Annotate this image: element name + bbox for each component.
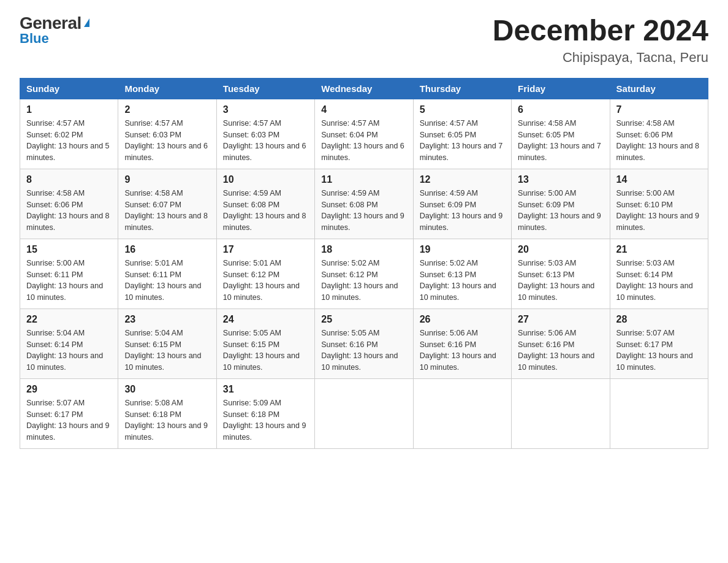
day-number: 8 [26,174,112,185]
calendar-week-row: 1 Sunrise: 4:57 AMSunset: 6:02 PMDayligh… [20,99,708,169]
col-wednesday: Wednesday [315,78,413,99]
month-title: December 2024 [493,15,708,47]
table-row: 5 Sunrise: 4:57 AMSunset: 6:05 PMDayligh… [413,99,511,169]
day-info: Sunrise: 5:02 AMSunset: 6:12 PMDaylight:… [321,258,406,304]
table-row [315,378,413,448]
day-number: 31 [223,384,308,395]
table-row: 4 Sunrise: 4:57 AMSunset: 6:04 PMDayligh… [315,99,413,169]
table-row: 7 Sunrise: 4:58 AMSunset: 6:06 PMDayligh… [610,99,708,169]
day-info: Sunrise: 4:59 AMSunset: 6:09 PMDaylight:… [420,188,505,234]
table-row [512,378,610,448]
day-info: Sunrise: 5:01 AMSunset: 6:12 PMDaylight:… [223,258,308,304]
location-title: Chipispaya, Tacna, Peru [493,50,708,66]
day-number: 7 [616,104,702,115]
col-monday: Monday [118,78,216,99]
calendar-table: Sunday Monday Tuesday Wednesday Thursday… [20,78,708,449]
table-row: 9 Sunrise: 4:58 AMSunset: 6:07 PMDayligh… [118,169,216,239]
table-row: 13 Sunrise: 5:00 AMSunset: 6:09 PMDaylig… [512,169,610,239]
table-row: 8 Sunrise: 4:58 AMSunset: 6:06 PMDayligh… [20,169,118,239]
table-row: 3 Sunrise: 4:57 AMSunset: 6:03 PMDayligh… [216,99,314,169]
table-row: 2 Sunrise: 4:57 AMSunset: 6:03 PMDayligh… [118,99,216,169]
day-number: 24 [223,314,308,325]
table-row: 16 Sunrise: 5:01 AMSunset: 6:11 PMDaylig… [118,239,216,308]
logo-general-text: General [20,15,89,32]
title-block: December 2024 Chipispaya, Tacna, Peru [493,15,708,66]
day-info: Sunrise: 5:00 AMSunset: 6:09 PMDaylight:… [518,188,603,234]
day-info: Sunrise: 5:02 AMSunset: 6:13 PMDaylight:… [420,258,505,304]
calendar-week-row: 29 Sunrise: 5:07 AMSunset: 6:17 PMDaylig… [20,378,708,448]
table-row: 14 Sunrise: 5:00 AMSunset: 6:10 PMDaylig… [610,169,708,239]
col-thursday: Thursday [413,78,511,99]
table-row: 28 Sunrise: 5:07 AMSunset: 6:17 PMDaylig… [610,308,708,378]
calendar-week-row: 22 Sunrise: 5:04 AMSunset: 6:14 PMDaylig… [20,308,708,378]
day-info: Sunrise: 4:58 AMSunset: 6:07 PMDaylight:… [124,188,210,234]
day-number: 12 [420,174,505,185]
table-row: 1 Sunrise: 4:57 AMSunset: 6:02 PMDayligh… [20,99,118,169]
day-info: Sunrise: 4:58 AMSunset: 6:05 PMDaylight:… [518,118,603,164]
table-row: 17 Sunrise: 5:01 AMSunset: 6:12 PMDaylig… [216,239,314,308]
day-info: Sunrise: 5:05 AMSunset: 6:15 PMDaylight:… [223,327,308,373]
day-info: Sunrise: 5:01 AMSunset: 6:11 PMDaylight:… [124,258,210,304]
day-info: Sunrise: 5:00 AMSunset: 6:11 PMDaylight:… [26,258,112,304]
table-row: 15 Sunrise: 5:00 AMSunset: 6:11 PMDaylig… [20,239,118,308]
day-number: 3 [223,104,308,115]
day-number: 11 [321,174,406,185]
table-row: 30 Sunrise: 5:08 AMSunset: 6:18 PMDaylig… [118,378,216,448]
table-row: 31 Sunrise: 5:09 AMSunset: 6:18 PMDaylig… [216,378,314,448]
day-number: 2 [124,104,210,115]
day-info: Sunrise: 5:09 AMSunset: 6:18 PMDaylight:… [223,397,308,443]
table-row: 10 Sunrise: 4:59 AMSunset: 6:08 PMDaylig… [216,169,314,239]
table-row: 29 Sunrise: 5:07 AMSunset: 6:17 PMDaylig… [20,378,118,448]
day-number: 1 [26,104,112,115]
table-row: 22 Sunrise: 5:04 AMSunset: 6:14 PMDaylig… [20,308,118,378]
day-info: Sunrise: 5:07 AMSunset: 6:17 PMDaylight:… [616,327,702,373]
calendar-header-row: Sunday Monday Tuesday Wednesday Thursday… [20,78,708,99]
day-info: Sunrise: 4:57 AMSunset: 6:03 PMDaylight:… [223,118,308,164]
logo-blue-text: Blue [20,31,49,47]
table-row: 11 Sunrise: 4:59 AMSunset: 6:08 PMDaylig… [315,169,413,239]
table-row: 19 Sunrise: 5:02 AMSunset: 6:13 PMDaylig… [413,239,511,308]
day-number: 17 [223,244,308,255]
day-number: 15 [26,244,112,255]
day-number: 28 [616,314,702,325]
day-number: 30 [124,384,210,395]
day-number: 25 [321,314,406,325]
day-number: 16 [124,244,210,255]
day-info: Sunrise: 5:06 AMSunset: 6:16 PMDaylight:… [518,327,603,373]
day-number: 21 [616,244,702,255]
day-info: Sunrise: 5:03 AMSunset: 6:14 PMDaylight:… [616,258,702,304]
day-number: 23 [124,314,210,325]
day-info: Sunrise: 5:06 AMSunset: 6:16 PMDaylight:… [420,327,505,373]
page-header: General Blue December 2024 Chipispaya, T… [20,15,708,66]
logo: General Blue [20,15,89,47]
table-row: 6 Sunrise: 4:58 AMSunset: 6:05 PMDayligh… [512,99,610,169]
table-row [610,378,708,448]
col-tuesday: Tuesday [216,78,314,99]
day-info: Sunrise: 4:57 AMSunset: 6:05 PMDaylight:… [420,118,505,164]
day-info: Sunrise: 5:00 AMSunset: 6:10 PMDaylight:… [616,188,702,234]
day-number: 29 [26,384,112,395]
table-row: 20 Sunrise: 5:03 AMSunset: 6:13 PMDaylig… [512,239,610,308]
col-friday: Friday [512,78,610,99]
col-sunday: Sunday [20,78,118,99]
day-info: Sunrise: 4:59 AMSunset: 6:08 PMDaylight:… [321,188,406,234]
day-info: Sunrise: 4:59 AMSunset: 6:08 PMDaylight:… [223,188,308,234]
day-number: 9 [124,174,210,185]
table-row: 26 Sunrise: 5:06 AMSunset: 6:16 PMDaylig… [413,308,511,378]
table-row: 12 Sunrise: 4:59 AMSunset: 6:09 PMDaylig… [413,169,511,239]
table-row [413,378,511,448]
table-row: 21 Sunrise: 5:03 AMSunset: 6:14 PMDaylig… [610,239,708,308]
day-number: 5 [420,104,505,115]
day-number: 14 [616,174,702,185]
day-number: 19 [420,244,505,255]
day-number: 20 [518,244,603,255]
day-number: 4 [321,104,406,115]
day-info: Sunrise: 5:07 AMSunset: 6:17 PMDaylight:… [26,397,112,443]
day-number: 22 [26,314,112,325]
table-row: 24 Sunrise: 5:05 AMSunset: 6:15 PMDaylig… [216,308,314,378]
day-info: Sunrise: 5:05 AMSunset: 6:16 PMDaylight:… [321,327,406,373]
calendar-week-row: 15 Sunrise: 5:00 AMSunset: 6:11 PMDaylig… [20,239,708,308]
table-row: 25 Sunrise: 5:05 AMSunset: 6:16 PMDaylig… [315,308,413,378]
table-row: 18 Sunrise: 5:02 AMSunset: 6:12 PMDaylig… [315,239,413,308]
day-number: 18 [321,244,406,255]
